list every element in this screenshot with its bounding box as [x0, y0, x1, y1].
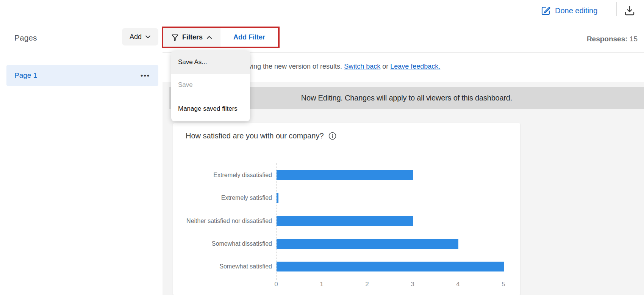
header-divider: [616, 2, 617, 16]
version-notice: ving the new version of results. Switch …: [249, 63, 440, 71]
chart-category-label: Neither satisfied nor dissatisfied: [181, 218, 272, 224]
add-page-button[interactable]: Add: [122, 28, 158, 46]
add-filter-button[interactable]: Add Filter: [220, 28, 278, 47]
chevron-down-icon: [145, 35, 151, 39]
download-button[interactable]: [623, 4, 636, 17]
chart-x-tick: 4: [450, 281, 466, 288]
add-filter-label: Add Filter: [233, 33, 265, 41]
chart-category-label: Somewhat satisfied: [181, 263, 272, 270]
chart-category-label: Somewhat dissatisfied: [181, 240, 272, 247]
chart-bar-3[interactable]: [277, 216, 413, 226]
sidebar-item-page-1[interactable]: Page 1 •••: [6, 65, 158, 86]
filter-funnel-icon: [172, 34, 178, 41]
chart-x-tick: 3: [405, 281, 420, 288]
filters-dropdown-toggle[interactable]: Filters: [163, 28, 220, 47]
menu-item-save[interactable]: Save: [171, 74, 250, 96]
now-editing-text: Now Editing. Changes will apply to all v…: [301, 94, 512, 102]
chart-x-tick: 1: [314, 281, 329, 288]
notice-text: ving the new version of results.: [249, 63, 342, 70]
chart-bar-4[interactable]: [277, 239, 458, 249]
notice-conjunction: or: [382, 63, 388, 70]
chart-bar-1[interactable]: [277, 170, 413, 180]
pages-sidebar: Pages Add Page 1 •••: [0, 21, 162, 295]
annotation-red-box: Filters Add Filter: [162, 27, 280, 48]
menu-item-manage-saved-filters[interactable]: Manage saved filters: [171, 96, 250, 121]
edit-pencil-icon: [541, 6, 551, 16]
filters-dropdown-menu: Save As... Save Manage saved filters: [171, 50, 250, 121]
add-page-label: Add: [130, 33, 142, 41]
chart-bar-5[interactable]: [277, 262, 504, 271]
sidebar-divider: [0, 54, 162, 54]
menu-item-save-as[interactable]: Save As...: [171, 50, 250, 74]
download-icon: [624, 5, 635, 16]
page-options-menu-button[interactable]: •••: [141, 74, 150, 77]
chart-x-tick: 0: [269, 281, 284, 288]
chart-x-tick: 2: [360, 281, 375, 288]
leave-feedback-link[interactable]: Leave feedback.: [390, 63, 440, 70]
pages-title: Pages: [14, 33, 37, 42]
chart-category-label: Extremely dissatisfied: [181, 172, 272, 179]
dashboard-editor: Done editing Pages Add Page 1 •••: [0, 0, 644, 295]
responses-label: Responses:: [587, 35, 628, 43]
chart-widget-card: How satisfied are you with our company? …: [173, 123, 520, 295]
responses-count: 15: [630, 35, 638, 43]
chart-bar-2[interactable]: [277, 193, 278, 203]
chart-category-label: Extremely satisfied: [181, 195, 272, 201]
top-header: Done editing: [0, 0, 644, 21]
responses-counter: Responses: 15: [587, 35, 638, 43]
chart-x-tick: 5: [496, 281, 511, 288]
done-editing-label: Done editing: [555, 6, 597, 15]
horizontal-bar-chart: Extremely dissatisfiedExtremely satisfie…: [173, 123, 520, 295]
done-editing-button[interactable]: Done editing: [541, 3, 597, 18]
filters-label: Filters: [182, 33, 203, 41]
page-1-label: Page 1: [14, 71, 37, 80]
chevron-up-icon: [206, 36, 212, 39]
switch-back-link[interactable]: Switch back: [344, 63, 380, 70]
